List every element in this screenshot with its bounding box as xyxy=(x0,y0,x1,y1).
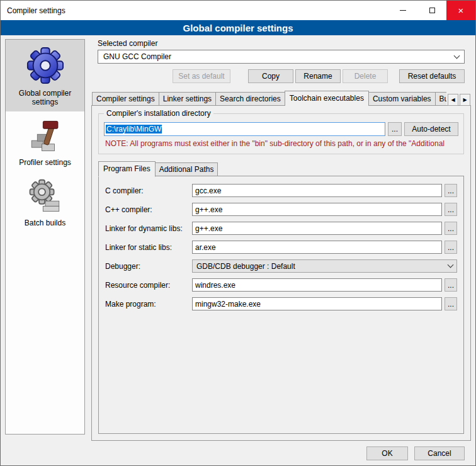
installation-directory-value: C:\raylib\MinGW xyxy=(106,125,162,134)
form-row: Resource compiler: ... xyxy=(105,278,457,292)
sidebar-item-global-compiler-settings[interactable]: Global compiler settings xyxy=(6,40,84,111)
c-compiler-input[interactable] xyxy=(192,184,442,197)
sidebar-item-label: Batch builds xyxy=(25,219,65,227)
dynamic-linker-input[interactable] xyxy=(192,222,442,235)
make-program-input[interactable] xyxy=(192,297,442,310)
close-icon: × xyxy=(458,5,464,16)
form-row: Linker for static libs: ... xyxy=(105,241,457,254)
tab-toolchain-executables[interactable]: Toolchain executables xyxy=(285,91,369,106)
copy-button[interactable]: Copy xyxy=(248,69,293,83)
installation-directory-input[interactable]: C:\raylib\MinGW xyxy=(104,122,385,136)
resource-compiler-browse-button[interactable]: ... xyxy=(445,278,457,292)
cancel-button[interactable]: Cancel xyxy=(414,446,465,460)
make-program-browse-button[interactable]: ... xyxy=(445,297,457,310)
debugger-select-value: GDB/CDB debugger : Default xyxy=(196,262,295,271)
debugger-select[interactable]: GDB/CDB debugger : Default xyxy=(192,259,457,273)
gray-gears-icon xyxy=(27,178,64,215)
make-program-label: Make program: xyxy=(105,300,190,309)
chevron-down-icon xyxy=(454,52,460,59)
subtab-additional-paths[interactable]: Additional Paths xyxy=(155,162,218,176)
static-linker-label: Linker for static libs: xyxy=(105,243,190,252)
compiler-select[interactable]: GNU GCC Compiler xyxy=(98,50,465,64)
cpp-compiler-browse-button[interactable]: ... xyxy=(445,203,457,216)
dialog-footer: OK Cancel xyxy=(91,446,465,460)
blue-gear-icon xyxy=(26,46,65,85)
rename-button[interactable]: Rename xyxy=(295,69,341,83)
compiler-settings-dialog: Compiler settings × Global compiler sett… xyxy=(0,0,476,466)
minimize-button[interactable] xyxy=(388,1,417,20)
set-as-default-button: Set as default xyxy=(173,69,230,83)
window-title: Compiler settings xyxy=(1,6,65,15)
dynamic-linker-browse-button[interactable]: ... xyxy=(445,222,457,235)
cpp-compiler-label: C++ compiler: xyxy=(105,205,190,214)
maximize-button[interactable] xyxy=(417,1,446,20)
compiler-actions: Set as default Copy Rename Delete Reset … xyxy=(98,69,465,83)
tab-compiler-settings[interactable]: Compiler settings xyxy=(92,92,159,106)
minimize-icon xyxy=(400,10,406,11)
bin-subdirectory-note: NOTE: All programs must exist either in … xyxy=(105,139,458,148)
executables-subtabs: Program Files Additional Paths xyxy=(98,161,470,176)
dialog-header: Global compiler settings xyxy=(1,20,475,35)
compiler-select-value: GNU GCC Compiler xyxy=(103,52,171,61)
installation-directory-group: Compiler's installation directory C:\ray… xyxy=(98,113,464,154)
ok-button[interactable]: OK xyxy=(366,446,408,460)
reset-defaults-button[interactable]: Reset defaults xyxy=(399,69,465,83)
tab-search-directories[interactable]: Search directories xyxy=(215,92,285,106)
tab-scroll-right-button[interactable]: ▶ xyxy=(460,94,470,106)
sidebar-item-profiler-settings[interactable]: Profiler settings xyxy=(6,111,84,172)
toolchain-executables-page: Compiler's installation directory C:\ray… xyxy=(91,105,471,441)
tab-build-options[interactable]: Build options xyxy=(435,92,446,106)
form-row: C++ compiler: ... xyxy=(105,203,457,216)
program-files-page: C compiler: ... C++ compiler: ... Linker… xyxy=(98,176,464,434)
form-row: C compiler: ... xyxy=(105,184,457,197)
resource-compiler-input[interactable] xyxy=(192,278,442,292)
close-button[interactable]: × xyxy=(446,1,475,20)
dynamic-linker-label: Linker for dynamic libs: xyxy=(105,224,190,233)
debugger-label: Debugger: xyxy=(105,262,190,271)
selected-compiler-label: Selected compiler xyxy=(98,39,471,48)
sidebar-item-label: Global compiler settings xyxy=(8,89,82,106)
tab-custom-variables[interactable]: Custom variables xyxy=(368,92,436,106)
arrow-left-icon: ◀ xyxy=(451,97,455,103)
installation-directory-browse-button[interactable]: ... xyxy=(388,122,402,136)
subtab-program-files[interactable]: Program Files xyxy=(98,161,156,177)
cpp-compiler-input[interactable] xyxy=(192,203,442,216)
c-compiler-browse-button[interactable]: ... xyxy=(445,184,457,197)
c-compiler-label: C compiler: xyxy=(105,186,190,195)
tabs-scroller: Compiler settings Linker settings Search… xyxy=(92,91,446,106)
profiler-hammer-icon xyxy=(27,118,64,154)
sidebar-item-label: Profiler settings xyxy=(19,158,71,167)
arrow-right-icon: ▶ xyxy=(463,97,467,103)
tab-linker-settings[interactable]: Linker settings xyxy=(159,92,216,106)
maximize-icon xyxy=(429,8,435,13)
form-row: Debugger: GDB/CDB debugger : Default xyxy=(105,259,457,273)
form-row: Linker for dynamic libs: ... xyxy=(105,222,457,235)
form-row: Make program: ... xyxy=(105,297,457,310)
settings-category-list: Global compiler settings Profiler settin… xyxy=(5,39,85,435)
static-linker-browse-button[interactable]: ... xyxy=(445,241,457,254)
static-linker-input[interactable] xyxy=(192,241,442,254)
resource-compiler-label: Resource compiler: xyxy=(105,281,190,290)
tab-scroll-left-button[interactable]: ◀ xyxy=(448,94,458,106)
settings-tabs: Compiler settings Linker settings Search… xyxy=(92,91,470,106)
delete-button: Delete xyxy=(343,69,388,83)
title-bar: Compiler settings × xyxy=(1,1,475,20)
chevron-down-icon xyxy=(448,262,454,268)
main-panel: Selected compiler GNU GCC Compiler Set a… xyxy=(91,38,471,460)
auto-detect-button[interactable]: Auto-detect xyxy=(404,122,458,136)
installation-directory-label: Compiler's installation directory xyxy=(104,109,213,118)
sidebar-item-batch-builds[interactable]: Batch builds xyxy=(6,172,84,232)
